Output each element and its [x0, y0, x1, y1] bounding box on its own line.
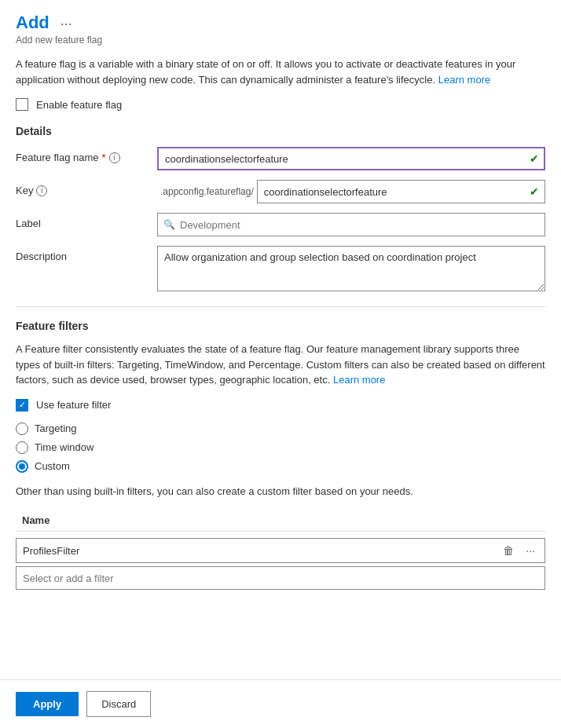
feature-flag-name-input-wrapper: ✔: [157, 147, 545, 170]
filter-row-wrapper: 🗑 ···: [16, 538, 545, 563]
label-input-wrapper: 🔍: [157, 213, 545, 236]
description-input-wrapper: Allow organization and group selection b…: [157, 246, 545, 294]
main-content: Add ··· Add new feature flag A feature f…: [0, 0, 561, 679]
key-check-icon: ✔: [530, 185, 539, 198]
learn-more-link-2[interactable]: Learn more: [333, 374, 385, 386]
enable-feature-checkbox[interactable]: [16, 98, 28, 111]
use-feature-filter-row: Use feature filter: [16, 399, 545, 412]
learn-more-link-1[interactable]: Learn more: [438, 74, 490, 86]
label-search-icon: 🔍: [163, 219, 175, 230]
label-row: Label 🔍: [16, 213, 545, 236]
filter-table: Name: [16, 510, 545, 532]
filter-delete-button[interactable]: 🗑: [499, 541, 518, 560]
select-add-filter-input[interactable]: [16, 566, 545, 590]
use-feature-filter-checkbox[interactable]: [16, 399, 28, 412]
use-feature-filter-label: Use feature filter: [36, 399, 111, 411]
key-input[interactable]: [257, 180, 545, 203]
radio-targeting-label: Targeting: [35, 423, 76, 434]
key-input-wrapper: .appconfig.featureflag/ ✔: [157, 180, 545, 203]
details-section: Details Feature flag name * i ✔ Key i: [16, 125, 545, 294]
custom-filter-info: Other than using built-in filters, you c…: [16, 484, 545, 499]
more-icon: ···: [526, 544, 535, 557]
radio-time-window-circle[interactable]: [16, 441, 28, 454]
key-row: Key i .appconfig.featureflag/ ✔: [16, 180, 545, 203]
page-title: Add: [16, 13, 50, 33]
footer-bar: Apply Discard: [0, 679, 561, 728]
enable-feature-label: Enable feature flag: [36, 99, 122, 111]
feature-flag-name-row: Feature flag name * i ✔: [16, 147, 545, 170]
label-input[interactable]: [157, 213, 545, 236]
key-prefix: .appconfig.featureflag/: [157, 186, 257, 197]
divider-1: [16, 306, 545, 307]
filter-table-name-header: Name: [16, 510, 545, 532]
page-title-ellipsis[interactable]: ···: [60, 16, 72, 32]
radio-targeting-circle[interactable]: [16, 423, 28, 435]
filter-action-icons: 🗑 ···: [494, 541, 544, 560]
description-textarea[interactable]: Allow organization and group selection b…: [157, 246, 545, 291]
delete-icon: 🗑: [503, 544, 514, 557]
feature-flag-name-input[interactable]: [157, 147, 545, 170]
page-subtitle: Add new feature flag: [16, 35, 545, 46]
description-label: Description: [16, 246, 157, 262]
filters-description: A Feature filter consistently evaluates …: [16, 342, 545, 388]
filter-more-button[interactable]: ···: [521, 541, 540, 560]
apply-button[interactable]: Apply: [16, 692, 79, 716]
feature-filters-section: Feature filters A Feature filter consist…: [16, 320, 545, 590]
filter-name-input[interactable]: [16, 539, 494, 562]
radio-custom-label: Custom: [35, 460, 70, 472]
page-wrapper: Add ··· Add new feature flag A feature f…: [0, 0, 561, 728]
key-info-icon[interactable]: i: [36, 185, 47, 196]
radio-custom[interactable]: Custom: [16, 460, 545, 473]
radio-time-window-label: Time window: [35, 441, 94, 453]
page-description: A feature flag is a variable with a bina…: [16, 57, 545, 87]
key-input-box: ✔: [257, 180, 545, 203]
feature-flag-name-check-icon: ✔: [530, 152, 539, 165]
details-section-title: Details: [16, 125, 545, 137]
key-label: Key i: [16, 180, 157, 196]
feature-filters-title: Feature filters: [16, 320, 545, 332]
enable-feature-row: Enable feature flag: [16, 98, 545, 111]
required-star: *: [102, 152, 106, 163]
filter-type-radio-group: Targeting Time window Custom: [16, 423, 545, 473]
description-row: Description Allow organization and group…: [16, 246, 545, 294]
feature-flag-name-label: Feature flag name * i: [16, 147, 157, 163]
radio-custom-circle[interactable]: [16, 460, 28, 473]
feature-flag-info-icon[interactable]: i: [109, 152, 120, 163]
discard-button[interactable]: Discard: [86, 691, 151, 717]
key-row-inner: .appconfig.featureflag/ ✔: [157, 180, 545, 203]
label-label: Label: [16, 213, 157, 229]
radio-time-window[interactable]: Time window: [16, 441, 545, 454]
radio-targeting[interactable]: Targeting: [16, 423, 545, 435]
